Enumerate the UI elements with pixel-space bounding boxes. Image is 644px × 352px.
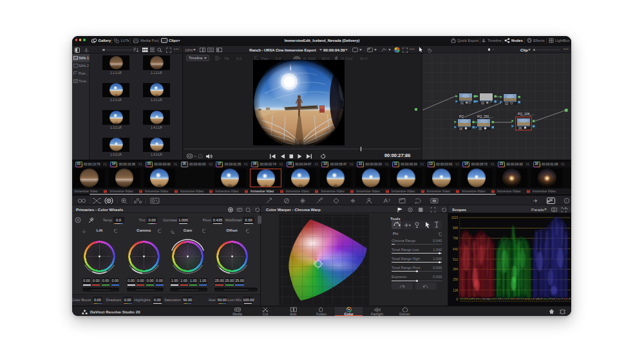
svg-text:256: 256 [453,278,458,281]
svg-text:0.0: 0.0 [236,57,242,60]
svg-text:1023: 1023 [451,216,459,219]
svg-text:04: 04 [459,127,463,131]
svg-text:512: 512 [453,258,458,261]
svg-text:Tilt: Tilt [224,57,229,60]
svg-text:640: 640 [453,248,458,251]
svg-text:05: 05 [478,127,482,131]
svg-text:128: 128 [453,289,458,292]
svg-text:768: 768 [453,237,458,240]
svg-text:60.0: 60.0 [360,57,368,60]
svg-text:PQ_108_...: PQ_108_... [518,112,534,116]
svg-text:03: 03 [505,102,509,106]
svg-text:02: 02 [481,102,485,105]
svg-text:PQ: PQ [459,115,464,118]
svg-text:A: A [77,218,79,222]
svg-text:i: i [566,199,567,203]
svg-text:384: 384 [453,268,458,271]
svg-text:PQ_250_...: PQ_250_... [477,115,493,118]
svg-text:896: 896 [453,227,458,230]
svg-text:0: 0 [456,298,458,301]
svg-text:06: 06 [518,127,522,130]
svg-text:01: 01 [460,102,464,105]
